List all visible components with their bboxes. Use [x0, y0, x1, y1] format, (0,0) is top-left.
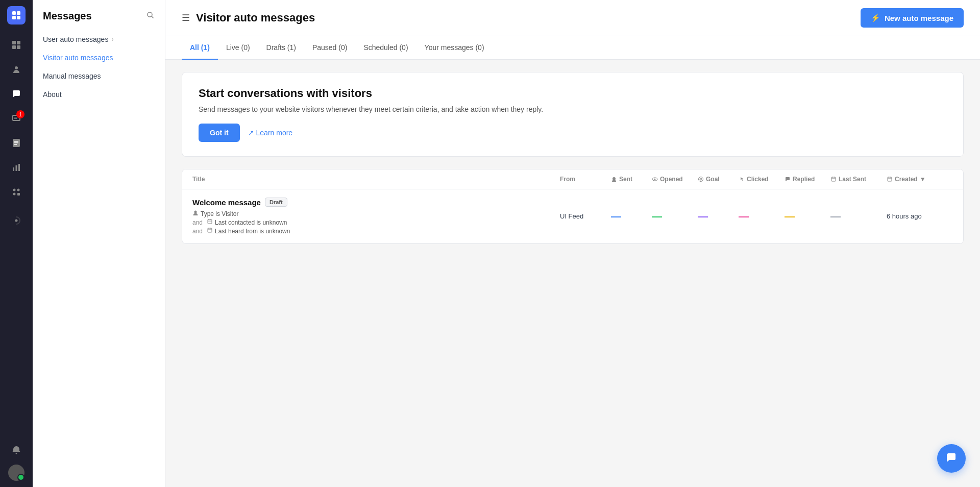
sidebar-item-label: About	[43, 90, 62, 99]
sidebar-title-text: Messages	[43, 10, 92, 22]
nav-settings-icon[interactable]	[6, 210, 27, 231]
created-value: 6 hours ago	[887, 212, 953, 220]
nav-bell-icon[interactable]	[6, 440, 27, 460]
svg-rect-33	[888, 177, 892, 181]
new-button-label: New auto message	[885, 14, 953, 22]
svg-point-37	[194, 211, 197, 213]
external-link-icon: ↗	[248, 129, 254, 137]
col-from: From	[560, 176, 611, 183]
learn-more-label: Learn more	[256, 129, 293, 137]
svg-rect-42	[208, 228, 212, 232]
nav-reports-icon[interactable]	[6, 157, 27, 178]
icon-bar-bottom	[6, 440, 27, 481]
tab-scheduled[interactable]: Scheduled (0)	[355, 36, 416, 60]
table-header: Title From Sent Opened Goal Clicked	[182, 169, 963, 189]
sidebar-item-about[interactable]: About	[33, 85, 165, 104]
col-clicked: Clicked	[739, 176, 785, 183]
opened-value: —	[652, 210, 698, 222]
svg-rect-14	[16, 165, 17, 171]
col-last-sent: Last Sent	[830, 176, 887, 183]
sidebar: Messages User auto messages › Visitor au…	[33, 0, 165, 487]
svg-rect-1	[17, 11, 20, 15]
svg-point-17	[17, 189, 20, 191]
svg-rect-6	[12, 45, 16, 49]
col-goal: Goal	[698, 176, 739, 183]
person-icon	[192, 210, 199, 217]
main-content: ☰ Visitor auto messages ⚡ New auto messa…	[165, 0, 980, 487]
message-title: Welcome message	[192, 198, 261, 207]
and-label-2: and	[192, 228, 205, 235]
row-filters: Type is Visitor and Last contacted is un…	[192, 210, 560, 235]
got-it-button[interactable]: Got it	[199, 124, 240, 142]
main-header: ☰ Visitor auto messages ⚡ New auto messa…	[165, 0, 980, 36]
calendar-icon-1	[207, 218, 213, 226]
tab-your-messages[interactable]: Your messages (0)	[416, 36, 493, 60]
learn-more-link[interactable]: ↗ Learn more	[248, 129, 293, 137]
svg-point-25	[654, 179, 656, 180]
svg-point-28	[700, 179, 701, 180]
chat-fab[interactable]	[937, 444, 966, 473]
svg-point-8	[15, 66, 18, 69]
header-left: ☰ Visitor auto messages	[182, 11, 315, 25]
filter-type: Type is Visitor	[192, 210, 560, 217]
svg-rect-3	[17, 16, 20, 19]
nav-dashboard-icon[interactable]	[6, 35, 27, 55]
tabs-bar: All (1) Live (0) Drafts (1) Paused (0) S…	[165, 36, 980, 60]
tab-live[interactable]: Live (0)	[218, 36, 258, 60]
sidebar-item-label: Manual messages	[43, 72, 101, 80]
sidebar-item-label: Visitor auto messages	[43, 54, 113, 62]
svg-rect-2	[12, 16, 16, 19]
nav-inbox-icon[interactable]: 1	[6, 108, 27, 129]
sidebar-item-label: User auto messages	[43, 35, 108, 43]
filter-type-text: Type is Visitor	[201, 210, 238, 217]
new-auto-message-button[interactable]: ⚡ New auto message	[861, 8, 964, 28]
tab-drafts[interactable]: Drafts (1)	[258, 36, 304, 60]
and-label-1: and	[192, 219, 205, 226]
calendar-icon-2	[207, 227, 213, 235]
nav-messages-icon[interactable]	[6, 84, 27, 104]
svg-rect-12	[14, 144, 17, 145]
app-logo[interactable]	[7, 6, 26, 25]
svg-point-20	[15, 220, 18, 222]
svg-point-18	[13, 193, 16, 196]
sidebar-nav: User auto messages › Visitor auto messag…	[33, 30, 165, 104]
col-created[interactable]: Created ▼	[887, 176, 953, 183]
nav-articles-icon[interactable]	[6, 133, 27, 153]
info-banner-title: Start conversations with visitors	[199, 87, 947, 100]
hamburger-icon[interactable]: ☰	[182, 12, 190, 23]
row-title-area: Welcome message Draft Type is Visitor an…	[192, 198, 560, 235]
svg-rect-38	[208, 220, 212, 224]
svg-point-16	[13, 189, 16, 191]
info-banner-actions: Got it ↗ Learn more	[199, 124, 947, 142]
info-banner: Start conversations with visitors Send m…	[182, 72, 964, 157]
filter-last-contacted-text: Last contacted is unknown	[215, 219, 287, 226]
row-title-line: Welcome message Draft	[192, 198, 560, 207]
svg-point-21	[148, 12, 152, 17]
lightning-icon: ⚡	[871, 13, 880, 22]
draft-badge: Draft	[265, 198, 287, 207]
tab-all[interactable]: All (1)	[182, 36, 218, 60]
nav-apps-icon[interactable]	[6, 182, 27, 202]
col-replied: Replied	[785, 176, 830, 183]
table-row[interactable]: Welcome message Draft Type is Visitor an…	[182, 189, 963, 243]
inbox-badge: 1	[16, 110, 24, 118]
sidebar-item-user-auto-messages[interactable]: User auto messages ›	[33, 30, 165, 48]
sidebar-item-manual-messages[interactable]: Manual messages	[33, 67, 165, 85]
sidebar-item-visitor-auto-messages[interactable]: Visitor auto messages	[33, 48, 165, 67]
sidebar-search-icon[interactable]	[146, 11, 155, 21]
icon-bar: 1	[0, 0, 33, 487]
from-value: UI Feed	[560, 212, 611, 220]
svg-rect-29	[831, 177, 836, 181]
nav-contacts-icon[interactable]	[6, 59, 27, 80]
filter-last-contacted: and Last contacted is unknown	[192, 218, 560, 226]
chevron-right-icon: ›	[111, 36, 113, 43]
tab-paused[interactable]: Paused (0)	[304, 36, 355, 60]
svg-rect-11	[14, 142, 18, 143]
user-avatar[interactable]	[8, 465, 24, 481]
svg-rect-0	[12, 11, 16, 15]
info-banner-description: Send messages to your website visitors w…	[199, 105, 947, 113]
svg-rect-15	[18, 164, 20, 171]
sent-value: —	[611, 210, 652, 222]
messages-table: Title From Sent Opened Goal Clicked	[182, 169, 964, 244]
col-title: Title	[192, 176, 560, 183]
